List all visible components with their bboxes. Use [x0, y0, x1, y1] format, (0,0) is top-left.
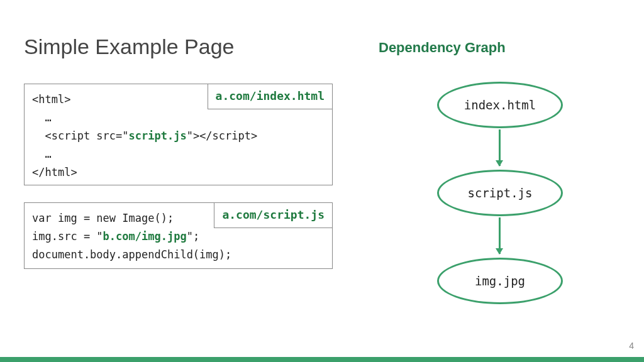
arrow-icon [499, 129, 501, 166]
code-line: </html> [32, 163, 325, 182]
code-line: <script src="script.js"></script> [32, 127, 325, 145]
footer-accent-bar [0, 357, 644, 362]
code-box-js: a.com/script.js var img = new Image(); i… [24, 202, 333, 269]
arrow-icon [499, 217, 501, 254]
code-box-label: a.com/index.html [208, 84, 333, 109]
graph-node-script: script.js [437, 170, 563, 216]
code-box-html: a.com/index.html <html> … <script src="s… [24, 84, 333, 185]
code-line: document.body.appendChild(img); [32, 246, 325, 264]
dependency-graph: index.html script.js img.jpg [418, 82, 582, 333]
graph-title: Dependency Graph [379, 40, 506, 56]
graph-node-index: index.html [437, 82, 563, 128]
page-number: 4 [629, 341, 634, 351]
code-line: img.src = "b.com/img.jpg"; [32, 228, 325, 246]
slide-title: Simple Example Page [24, 35, 235, 59]
graph-node-img: img.jpg [437, 258, 563, 304]
code-box-label: a.com/script.js [214, 202, 333, 228]
code-line: … [32, 109, 325, 127]
code-line: … [32, 145, 325, 163]
